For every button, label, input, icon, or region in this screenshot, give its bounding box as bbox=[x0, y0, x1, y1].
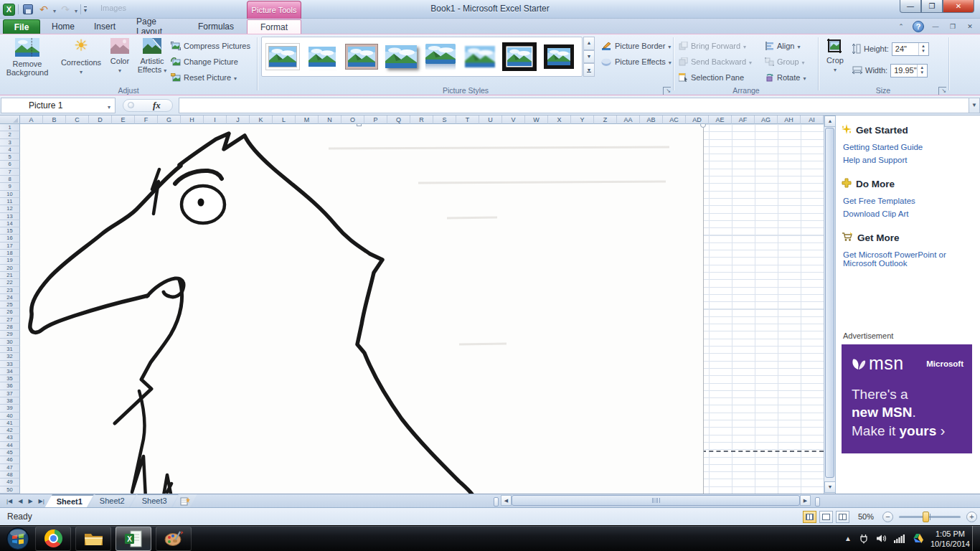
row-header-31[interactable]: 31 bbox=[0, 346, 20, 353]
selection-pane-button[interactable]: Selection Pane bbox=[679, 70, 744, 85]
gallery-down-icon[interactable]: ▼ bbox=[583, 50, 595, 64]
height-input[interactable]: 24" ▲▼ bbox=[892, 42, 929, 56]
tab-insert[interactable]: Insert bbox=[86, 19, 123, 34]
prev-sheet-icon[interactable]: ◀ bbox=[16, 498, 24, 504]
row-header-37[interactable]: 37 bbox=[0, 390, 20, 397]
gallery-more-icon[interactable]: ▼ bbox=[583, 63, 595, 77]
column-header-AI[interactable]: AI bbox=[801, 116, 824, 124]
first-sheet-icon[interactable]: |◀ bbox=[4, 498, 14, 504]
name-box-caret-icon[interactable] bbox=[108, 101, 110, 111]
row-header-42[interactable]: 42 bbox=[0, 427, 20, 434]
row-header-7[interactable]: 7 bbox=[0, 169, 20, 176]
panel-link[interactable]: Download Clip Art bbox=[842, 207, 973, 220]
last-sheet-icon[interactable]: ▶| bbox=[37, 498, 47, 504]
change-picture-button[interactable]: Change Picture bbox=[171, 55, 238, 69]
row-header-39[interactable]: 39 bbox=[0, 405, 20, 412]
row-header-11[interactable]: 11 bbox=[0, 198, 20, 205]
tab-split-handle[interactable] bbox=[494, 497, 499, 507]
taskbar-chrome-button[interactable] bbox=[35, 527, 71, 551]
column-header-G[interactable]: G bbox=[158, 116, 181, 124]
power-plug-icon[interactable] bbox=[859, 534, 869, 544]
next-sheet-icon[interactable]: ▶ bbox=[26, 498, 34, 504]
picture-style-simple-frame-black[interactable] bbox=[540, 39, 578, 74]
sheet-tab-sheet3[interactable]: Sheet3 bbox=[131, 494, 179, 507]
compress-pictures-button[interactable]: Compress Pictures bbox=[171, 39, 250, 53]
column-header-N[interactable]: N bbox=[319, 116, 341, 124]
column-header-M[interactable]: M bbox=[296, 116, 319, 124]
column-header-E[interactable]: E bbox=[112, 116, 135, 124]
normal-view-button[interactable] bbox=[803, 511, 816, 523]
tab-file[interactable]: File bbox=[3, 19, 40, 34]
column-header-F[interactable]: F bbox=[135, 116, 158, 124]
row-header-32[interactable]: 32 bbox=[0, 353, 20, 360]
sheet-tab-sheet1[interactable]: Sheet1 bbox=[45, 494, 94, 507]
crop-button[interactable]: Crop bbox=[822, 38, 848, 73]
row-header-28[interactable]: 28 bbox=[0, 324, 20, 331]
zoom-slider[interactable] bbox=[899, 516, 961, 518]
zoom-level[interactable]: 50% bbox=[858, 512, 874, 521]
width-input[interactable]: 19.95" ▲▼ bbox=[890, 64, 928, 77]
row-header-45[interactable]: 45 bbox=[0, 449, 20, 456]
horizontal-scrollbar[interactable]: ◀ ▶ bbox=[501, 495, 814, 506]
column-header-AF[interactable]: AF bbox=[732, 116, 755, 124]
column-header-J[interactable]: J bbox=[227, 116, 250, 124]
zoom-in-icon[interactable]: + bbox=[966, 512, 977, 522]
horizontal-scroll-thumb[interactable] bbox=[512, 495, 800, 506]
column-header-AB[interactable]: AB bbox=[640, 116, 663, 124]
row-header-4[interactable]: 4 bbox=[0, 146, 20, 154]
row-header-34[interactable]: 34 bbox=[0, 368, 20, 375]
vertical-scrollbar[interactable]: ▲ ▼ bbox=[824, 116, 835, 494]
row-header-41[interactable]: 41 bbox=[0, 420, 20, 427]
row-header-13[interactable]: 13 bbox=[0, 213, 20, 220]
picture-style-simple-frame-white[interactable] bbox=[264, 39, 301, 74]
row-header-18[interactable]: 18 bbox=[0, 250, 20, 257]
row-header-48[interactable]: 48 bbox=[0, 471, 20, 479]
picture-style-double-frame-black[interactable] bbox=[501, 39, 538, 74]
rotate-button[interactable]: Rotate bbox=[765, 70, 806, 85]
width-spinner[interactable]: ▲▼ bbox=[917, 65, 926, 77]
row-header-21[interactable]: 21 bbox=[0, 272, 20, 279]
doc-close-icon[interactable]: ✕ bbox=[964, 22, 976, 32]
doc-restore-icon[interactable]: ❐ bbox=[947, 22, 958, 32]
sheet-tab-sheet2[interactable]: Sheet2 bbox=[88, 494, 136, 507]
panel-link[interactable]: Help and Support bbox=[842, 154, 973, 166]
column-header-S[interactable]: S bbox=[433, 116, 456, 124]
google-drive-icon[interactable] bbox=[913, 534, 923, 543]
row-header-29[interactable]: 29 bbox=[0, 331, 20, 338]
column-header-AG[interactable]: AG bbox=[755, 116, 778, 124]
align-button[interactable]: Align bbox=[765, 39, 800, 53]
doc-minimize-icon[interactable]: — bbox=[930, 22, 941, 32]
row-header-44[interactable]: 44 bbox=[0, 442, 20, 449]
zoom-slider-thumb[interactable] bbox=[923, 512, 929, 522]
scroll-up-icon[interactable]: ▲ bbox=[824, 116, 836, 127]
row-header-14[interactable]: 14 bbox=[0, 220, 20, 227]
row-header-20[interactable]: 20 bbox=[0, 265, 20, 272]
page-layout-view-button[interactable] bbox=[819, 511, 833, 523]
scroll-left-icon[interactable]: ◀ bbox=[501, 495, 512, 506]
column-header-X[interactable]: X bbox=[548, 116, 571, 124]
column-header-W[interactable]: W bbox=[525, 116, 548, 124]
column-header-L[interactable]: L bbox=[273, 116, 296, 124]
column-header-U[interactable]: U bbox=[479, 116, 502, 124]
msn-advertisement[interactable]: msn Microsoft There's a new MSN. Make it… bbox=[842, 344, 972, 453]
column-header-I[interactable]: I bbox=[204, 116, 227, 124]
taskbar-excel-button[interactable]: X bbox=[116, 527, 151, 551]
column-header-P[interactable]: P bbox=[364, 116, 387, 124]
close-button[interactable]: ✕ bbox=[943, 0, 974, 13]
minimize-button[interactable]: — bbox=[900, 0, 921, 13]
column-header-AA[interactable]: AA bbox=[617, 116, 640, 124]
restore-button[interactable]: ❐ bbox=[921, 0, 943, 13]
column-header-D[interactable]: D bbox=[89, 116, 112, 124]
start-button[interactable] bbox=[3, 526, 33, 551]
color-button[interactable]: Color bbox=[105, 38, 134, 74]
corrections-button[interactable]: ☀ Corrections bbox=[59, 38, 103, 75]
select-all-corner[interactable] bbox=[0, 116, 20, 124]
remove-background-button[interactable]: Remove Background bbox=[4, 38, 50, 77]
picture-style-beveled-white[interactable] bbox=[303, 39, 341, 74]
panel-link[interactable]: Get Free Templates bbox=[842, 194, 973, 207]
panel-link[interactable]: Getting Started Guide bbox=[842, 141, 973, 154]
column-header-AH[interactable]: AH bbox=[778, 116, 801, 124]
panel-link[interactable]: Get Microsoft PowerPoint or Microsoft Ou… bbox=[842, 248, 973, 270]
show-desktop-button[interactable] bbox=[972, 526, 980, 551]
taskbar-explorer-button[interactable] bbox=[75, 527, 111, 551]
